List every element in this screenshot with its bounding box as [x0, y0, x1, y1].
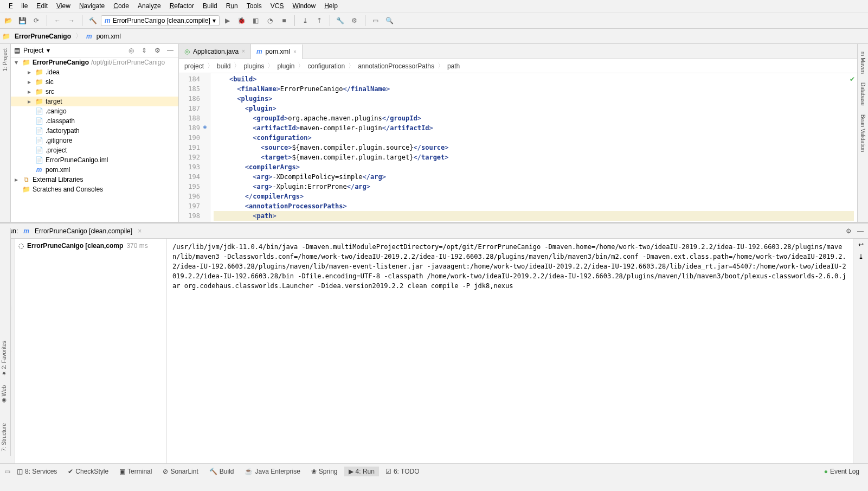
nav-file[interactable]: pom.xml: [97, 33, 121, 40]
inspection-ok-icon[interactable]: ✔: [850, 75, 855, 83]
tree-item[interactable]: 📄.factorypath: [11, 126, 178, 136]
tree-item[interactable]: ▸📁.idea: [11, 67, 178, 77]
gear-icon[interactable]: ⚙: [152, 46, 162, 55]
target-icon[interactable]: ◎: [126, 46, 136, 55]
editor-code[interactable]: <build> <finalName>ErrorPruneCanigo</fin…: [210, 73, 857, 222]
minimize-icon[interactable]: —: [165, 46, 175, 55]
tree-item[interactable]: 📄.classpath: [11, 116, 178, 126]
refresh-icon[interactable]: ⟳: [30, 15, 42, 27]
vcs-commit-icon[interactable]: ⤒: [313, 15, 325, 27]
menu-run[interactable]: Run: [222, 1, 242, 11]
breadcrumb-item[interactable]: configuration: [307, 62, 345, 70]
layout-icon[interactable]: ▭: [370, 15, 382, 27]
menu-file[interactable]: File: [4, 1, 32, 11]
close-icon[interactable]: ×: [138, 227, 142, 235]
build-icon[interactable]: 🔨: [87, 15, 99, 27]
status-tool-button[interactable]: 🔨Build: [205, 467, 239, 476]
run-config-name[interactable]: ErrorPruneCanigo [clean,compile]: [35, 227, 132, 235]
tab-web[interactable]: ◉ Web: [0, 381, 10, 408]
tree-item[interactable]: ▸📁target: [11, 97, 178, 106]
stop-icon[interactable]: ■: [278, 15, 290, 27]
run-tree-item[interactable]: ◌ ErrorPruneCanigo [clean,comp 370 ms: [17, 241, 164, 251]
tool-icon: ✔: [68, 468, 73, 475]
minimize-icon[interactable]: —: [857, 227, 864, 235]
nav-root[interactable]: ErrorPruneCanigo: [15, 33, 71, 40]
coverage-icon[interactable]: ◧: [250, 15, 262, 27]
scroll-end-icon[interactable]: ⤓: [858, 253, 864, 260]
breadcrumb-item[interactable]: build: [217, 62, 230, 70]
run-icon[interactable]: ▶: [222, 15, 234, 27]
close-icon[interactable]: ×: [293, 49, 297, 55]
tree-item[interactable]: ▸📁src: [11, 87, 178, 97]
tree-item[interactable]: ▸📁sic: [11, 77, 178, 87]
vcs-update-icon[interactable]: ⤓: [299, 15, 311, 27]
run-config-label: ErrorPruneCanigo [clean,compile]: [113, 17, 210, 24]
breadcrumb-item[interactable]: project: [184, 62, 204, 70]
status-tool-button[interactable]: ❀Spring: [307, 467, 342, 476]
breadcrumb-item[interactable]: plugin: [277, 62, 294, 70]
expand-icon[interactable]: ⇕: [139, 46, 149, 55]
menu-build[interactable]: Build: [198, 1, 222, 11]
editor-gutter[interactable]: ◉ 18418518618718818919019119219319419519…: [179, 73, 210, 222]
menu-window[interactable]: Window: [288, 1, 320, 11]
tree-item[interactable]: 📄.gitignore: [11, 136, 178, 145]
menu-edit[interactable]: Edit: [32, 1, 52, 11]
menu-help[interactable]: Help: [320, 1, 342, 11]
tree-item[interactable]: 📄ErrorPruneCanigo.iml: [11, 155, 178, 165]
menu-navigate[interactable]: Navigate: [75, 1, 109, 11]
menu-view[interactable]: View: [52, 1, 75, 11]
status-tool-button[interactable]: ◫8: Services: [12, 467, 61, 476]
editor-tab[interactable]: ◎Application.java×: [179, 44, 251, 59]
status-tool-button[interactable]: ▣Terminal: [115, 467, 156, 476]
breadcrumb-item[interactable]: path: [447, 62, 460, 70]
tree-item[interactable]: 📄.project: [11, 145, 178, 155]
chevron-down-icon[interactable]: ▾: [47, 47, 50, 54]
editor-tab[interactable]: mpom.xml×: [251, 44, 303, 59]
tree-item[interactable]: mpom.xml: [11, 165, 178, 175]
tree-root[interactable]: ▾📁ErrorPruneCanigo /opt/git/ErrorPruneCa…: [11, 58, 178, 67]
menu-vcs[interactable]: VCS: [266, 1, 288, 11]
debug-icon[interactable]: 🐞: [236, 15, 248, 27]
menu-code[interactable]: Code: [109, 1, 133, 11]
back-icon[interactable]: ←: [52, 15, 63, 27]
run-console[interactable]: /usr/lib/jvm/jdk-11.0.4/bin/java -Dmaven…: [167, 239, 853, 463]
status-tool-button[interactable]: ✔CheckStyle: [63, 467, 113, 476]
breadcrumb-item[interactable]: plugins: [243, 62, 264, 70]
save-icon[interactable]: 💾: [16, 15, 28, 27]
status-tool-button[interactable]: ☕Java Enterprise: [240, 467, 304, 476]
wrench-icon[interactable]: 🔧: [335, 15, 346, 27]
event-log-button[interactable]: ● Event Log: [820, 467, 864, 476]
breadcrumb-item[interactable]: annotationProcessorPaths: [358, 62, 434, 70]
tab-project[interactable]: 1: Project: [0, 44, 10, 75]
status-tool-button[interactable]: ☑6: TODO: [381, 467, 424, 476]
settings-icon[interactable]: ⚙: [349, 15, 361, 27]
tree-scratches[interactable]: 📁Scratches and Consoles: [11, 184, 178, 194]
menu-refactor[interactable]: Refactor: [165, 1, 198, 11]
tab-database[interactable]: Database: [859, 78, 867, 110]
event-log-label: Event Log: [830, 468, 859, 475]
project-title[interactable]: Project: [23, 47, 43, 54]
menu-analyze[interactable]: Analyze: [133, 1, 165, 11]
forward-icon[interactable]: →: [66, 15, 78, 27]
breadcrumb[interactable]: project〉build〉plugins〉plugin〉configurati…: [179, 59, 857, 73]
tab-structure[interactable]: 7: Structure: [0, 419, 10, 456]
tab-favorites[interactable]: ★ 2: Favorites: [0, 336, 10, 381]
status-tool-button[interactable]: ▶4: Run: [344, 467, 379, 476]
project-header: ▤ Project ▾ ◎ ⇕ ⚙ —: [11, 44, 178, 58]
status-tool-button[interactable]: ⊘SonarLint: [158, 467, 202, 476]
tree-item[interactable]: 📄.canigo: [11, 106, 178, 116]
soft-wrap-icon[interactable]: ↩: [858, 241, 864, 248]
search-icon[interactable]: 🔍: [384, 15, 396, 27]
statusbar-menu-icon[interactable]: ▭: [4, 468, 10, 475]
tab-maven[interactable]: m Maven: [859, 47, 867, 78]
tree-external[interactable]: ▸⧉External Libraries: [11, 175, 178, 184]
open-icon[interactable]: 📂: [2, 15, 14, 27]
tab-bean-validation[interactable]: Bean Validation: [859, 110, 867, 156]
close-icon[interactable]: ×: [242, 48, 245, 54]
project-tree[interactable]: ▾📁ErrorPruneCanigo /opt/git/ErrorPruneCa…: [11, 58, 178, 222]
menu-tools[interactable]: Tools: [242, 1, 266, 11]
run-config-dropdown[interactable]: m ErrorPruneCanigo [clean,compile] ▾: [101, 15, 220, 26]
run-tree[interactable]: ◌ ErrorPruneCanigo [clean,comp 370 ms: [15, 239, 167, 463]
profile-icon[interactable]: ◔: [264, 15, 276, 27]
gear-icon[interactable]: ⚙: [846, 227, 852, 235]
